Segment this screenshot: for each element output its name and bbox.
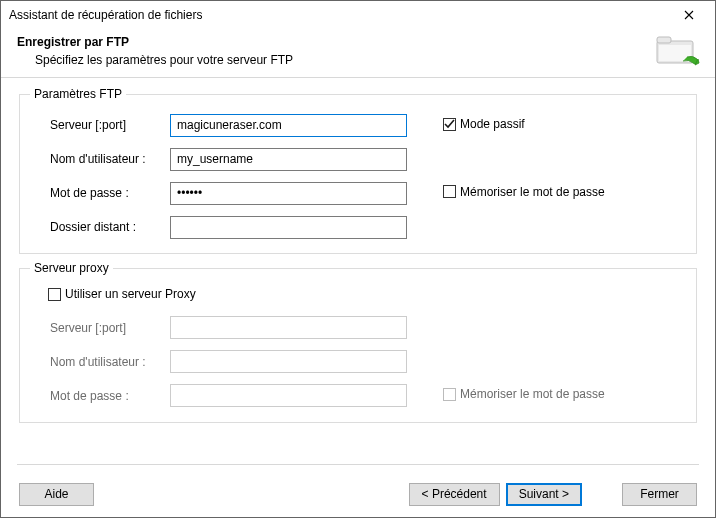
checkbox-icon [443,118,456,131]
ftp-server-input[interactable] [170,114,407,137]
ftp-folder-icon [653,31,701,71]
passive-mode-checkbox[interactable]: Mode passif [443,117,525,131]
ftp-password-input[interactable] [170,182,407,205]
ftp-remote-folder-input[interactable] [170,216,407,239]
use-proxy-checkbox[interactable]: Utiliser un serveur Proxy [48,287,196,301]
footer: Aide < Précédent Suivant > Fermer [1,471,715,517]
content-area: Paramètres FTP Serveur [:port] Mode pass… [1,78,715,423]
titlebar: Assistant de récupération de fichiers [1,1,715,29]
help-button[interactable]: Aide [19,483,94,506]
proxy-username-label: Nom d'utilisateur : [50,355,170,369]
proxy-username-input [170,350,407,373]
ftp-legend: Paramètres FTP [30,87,126,101]
proxy-remember-password-label: Mémoriser le mot de passe [460,387,605,401]
ftp-groupbox: Paramètres FTP Serveur [:port] Mode pass… [19,94,697,254]
proxy-server-label: Serveur [:port] [50,321,170,335]
close-icon [684,10,694,20]
checkbox-icon [443,185,456,198]
ftp-server-label: Serveur [:port] [50,118,170,132]
footer-separator [17,464,699,465]
proxy-password-label: Mot de passe : [50,389,170,403]
page-subtitle: Spécifiez les paramètres pour votre serv… [35,53,699,67]
page-title: Enregistrer par FTP [17,35,699,49]
close-button[interactable] [669,3,709,27]
ftp-username-label: Nom d'utilisateur : [50,152,170,166]
checkbox-icon [443,388,456,401]
proxy-server-input [170,316,407,339]
passive-mode-label: Mode passif [460,117,525,131]
remember-password-checkbox[interactable]: Mémoriser le mot de passe [443,185,605,199]
proxy-legend: Serveur proxy [30,261,113,275]
wizard-header: Enregistrer par FTP Spécifiez les paramè… [1,29,715,78]
proxy-remember-password-checkbox: Mémoriser le mot de passe [443,387,605,401]
checkbox-icon [48,288,61,301]
remember-password-label: Mémoriser le mot de passe [460,185,605,199]
svg-rect-1 [657,37,671,43]
ftp-remote-folder-label: Dossier distant : [50,220,170,234]
use-proxy-label: Utiliser un serveur Proxy [65,287,196,301]
proxy-groupbox: Serveur proxy Utiliser un serveur Proxy … [19,268,697,423]
next-button[interactable]: Suivant > [506,483,582,506]
window-title: Assistant de récupération de fichiers [9,8,669,22]
ftp-username-input[interactable] [170,148,407,171]
close-window-button[interactable]: Fermer [622,483,697,506]
proxy-password-input [170,384,407,407]
ftp-password-label: Mot de passe : [50,186,170,200]
back-button[interactable]: < Précédent [409,483,500,506]
